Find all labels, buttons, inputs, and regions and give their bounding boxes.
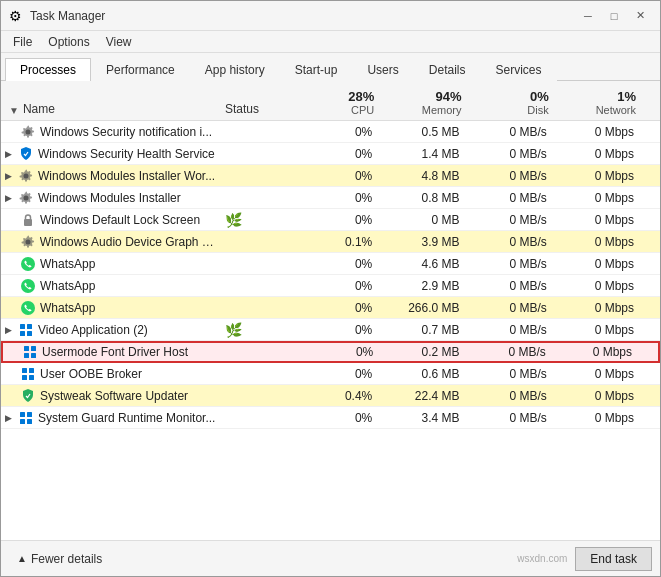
menu-options[interactable]: Options [40,33,97,51]
col-header-memory[interactable]: 94% Memory [378,87,465,118]
table-row[interactable]: Windows Default Lock Screen 🌿 0% 0 MB 0 … [1,209,660,231]
svg-point-7 [21,301,35,315]
table-row[interactable]: ▶ Windows Security Health Service 0% 1.4… [1,143,660,165]
svg-rect-23 [27,419,32,424]
process-icon [22,344,38,360]
cell-cpu: 0.1% [291,234,378,250]
process-icon [18,322,34,338]
cell-network: 0 Mbps [553,278,640,294]
menu-file[interactable]: File [5,33,40,51]
svg-rect-3 [24,219,32,226]
tab-app-history[interactable]: App history [190,58,280,81]
tab-users[interactable]: Users [352,58,413,81]
tab-services[interactable]: Services [480,58,556,81]
cell-status [221,395,291,397]
cell-cpu: 0% [291,278,378,294]
cell-cpu: 0% [291,190,378,206]
cell-process-name: Windows Audio Device Graph Is... [1,233,221,251]
close-button[interactable]: ✕ [628,6,652,26]
cell-cpu: 0.4% [291,388,378,404]
process-name-text: WhatsApp [40,301,95,315]
svg-rect-20 [20,412,25,417]
cell-network: 0 Mbps [553,234,640,250]
cell-network: 0 Mbps [553,256,640,272]
cell-disk: 0 MB/s [466,146,553,162]
process-icon [20,278,36,294]
cell-memory: 4.6 MB [378,256,465,272]
col-header-status[interactable]: Status [221,100,291,118]
title-bar: ⚙ Task Manager ─ □ ✕ [1,1,660,31]
cell-memory: 0 MB [378,212,465,228]
process-icon [18,146,34,162]
process-name-text: WhatsApp [40,257,95,271]
table-row[interactable]: Windows Security notification i... 0% 0.… [1,121,660,143]
svg-point-5 [21,257,35,271]
cell-process-name: ▶ Video Application (2) [1,321,221,339]
svg-rect-9 [27,324,32,329]
table-row[interactable]: ▶ Video Application (2) 🌿 0% 0.7 MB 0 MB… [1,319,660,341]
cell-status [221,197,291,199]
cell-disk: 0 MB/s [466,124,553,140]
svg-rect-11 [27,331,32,336]
table-row[interactable]: WhatsApp 0% 2.9 MB 0 MB/s 0 Mbps [1,275,660,297]
col-header-network[interactable]: 1% Network [553,87,640,118]
table-row[interactable]: ▶ System Guard Runtime Monitor... 0% 3.4… [1,407,660,429]
cell-process-name: User OOBE Broker [1,365,221,383]
table-row[interactable]: WhatsApp 0% 4.6 MB 0 MB/s 0 Mbps [1,253,660,275]
cell-cpu: 0% [291,366,378,382]
process-icon [18,190,34,206]
fewer-details-button[interactable]: ▲ Fewer details [9,548,110,570]
title-bar-left: ⚙ Task Manager [9,8,105,24]
maximize-button[interactable]: □ [602,6,626,26]
cell-disk: 0 MB/s [466,300,553,316]
svg-rect-12 [24,346,29,351]
cell-cpu: 0% [291,256,378,272]
end-task-button[interactable]: End task [575,547,652,571]
process-icon [20,256,36,272]
cell-process-name: ▶ Windows Modules Installer [1,189,221,207]
cell-process-name: WhatsApp [1,255,221,273]
table-row[interactable]: User OOBE Broker 0% 0.6 MB 0 MB/s 0 Mbps [1,363,660,385]
footer: ▲ Fewer details wsxdn.com End task [1,540,660,576]
process-name-text: User OOBE Broker [40,367,142,381]
cell-process-name: WhatsApp [1,277,221,295]
cell-network: 0 Mbps [552,344,638,360]
cell-cpu: 0% [291,322,378,338]
cell-memory: 3.9 MB [378,234,465,250]
process-icon [20,124,36,140]
svg-rect-18 [22,375,27,380]
cell-memory: 22.4 MB [378,388,465,404]
cell-memory: 0.8 MB [378,190,465,206]
table-row[interactable]: Windows Audio Device Graph Is... 0.1% 3.… [1,231,660,253]
tab-startup[interactable]: Start-up [280,58,353,81]
table-row[interactable]: ▶ Windows Modules Installer 0% 0.8 MB 0 … [1,187,660,209]
process-name-text: Systweak Software Updater [40,389,188,403]
process-name-text: Windows Security Health Service [38,147,215,161]
process-name-text: WhatsApp [40,279,95,293]
process-name-text: Windows Modules Installer [38,191,181,205]
svg-rect-13 [31,346,36,351]
process-icon [20,234,36,250]
table-row[interactable]: ▶ Windows Modules Installer Wor... 0% 4.… [1,165,660,187]
col-header-name[interactable]: ▼ Name [1,100,221,118]
svg-rect-17 [29,368,34,373]
tab-processes[interactable]: Processes [5,58,91,81]
cell-cpu: 0% [291,300,378,316]
process-name-text: System Guard Runtime Monitor... [38,411,215,425]
tab-performance[interactable]: Performance [91,58,190,81]
col-header-disk[interactable]: 0% Disk [466,87,553,118]
table-row[interactable]: Systweak Software Updater 0.4% 22.4 MB 0… [1,385,660,407]
process-icon [20,388,36,404]
tab-details[interactable]: Details [414,58,481,81]
cell-memory: 2.9 MB [378,278,465,294]
cell-memory: 3.4 MB [378,410,465,426]
cell-memory: 1.4 MB [378,146,465,162]
table-row[interactable]: Usermode Font Driver Host 0% 0.2 MB 0 MB… [1,341,660,363]
process-name-text: Windows Audio Device Graph Is... [40,235,217,249]
minimize-button[interactable]: ─ [576,6,600,26]
table-row[interactable]: WhatsApp 0% 266.0 MB 0 MB/s 0 Mbps [1,297,660,319]
cell-disk: 0 MB/s [466,410,553,426]
process-name-text: Usermode Font Driver Host [42,345,188,359]
col-header-cpu[interactable]: 28% CPU [291,87,378,118]
menu-view[interactable]: View [98,33,140,51]
